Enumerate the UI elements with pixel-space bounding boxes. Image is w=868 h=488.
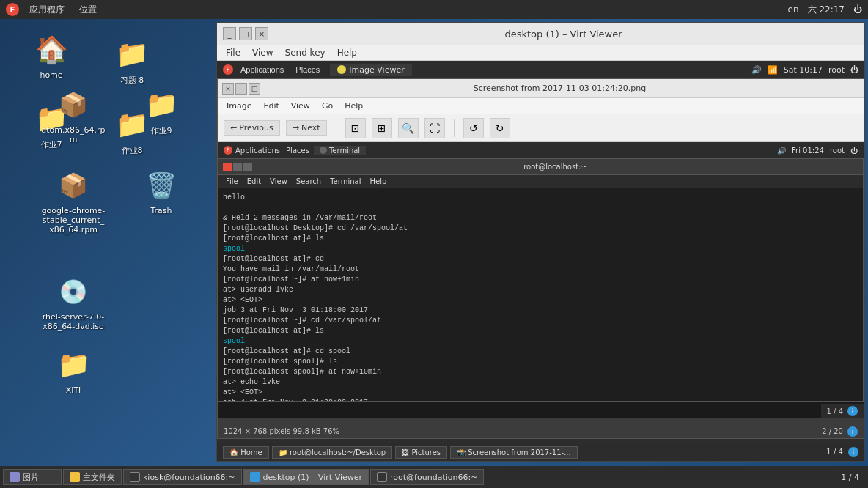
top-bar: F 应用程序 位置 en 六 22:17 ⏻ — [0, 0, 868, 19]
virt-menu-sendkey[interactable]: Send key — [279, 46, 331, 59]
zoom-out-btn[interactable]: ⛶ — [424, 118, 445, 138]
iv-close-btn[interactable]: × — [222, 83, 234, 95]
desktop-icon-atom[interactable]: 📦 atom.x86_64.rpm — [37, 84, 110, 147]
desktop-icon-homework8[interactable]: 📁 习题 8 — [95, 34, 169, 89]
desktop-icons-col3: 📁 作业9 — [125, 84, 198, 139]
desktop-icon-xiti[interactable]: 📁 XITI — [37, 344, 110, 398]
desktop-icon-rhel[interactable]: 💿 rhel-server-7.0-x86_64-dvd.iso — [37, 271, 110, 334]
virt-bottom-right: 1 / 4 i — [826, 447, 858, 457]
image-viewer-statusbar: 1024 × 768 pixels 99.8 kB 76% 2 / 20 i — [218, 424, 864, 438]
virt-bottom-home-icon: 🏠 — [229, 448, 238, 456]
desktop-icon-chrome[interactable]: 📦 google-chrome-stable_current_ x86_64.r… — [37, 165, 110, 237]
taskbar-root-icon — [377, 472, 387, 482]
image-viewer-titlebar: × _ □ Screenshot from 2017-11-03 01:24:2… — [218, 79, 864, 98]
virt-menu-bar: File View Send key Help — [217, 45, 864, 61]
virt-minimize-btn[interactable]: _ — [223, 27, 236, 40]
next-button[interactable]: → Next — [286, 120, 327, 136]
desktop-icon-trash[interactable]: 🗑️ Trash — [125, 165, 198, 218]
term-menu-search[interactable]: Search — [292, 177, 326, 186]
virt-bottom-pictures[interactable]: 🖼 Pictures — [395, 446, 447, 459]
taskbar-item-root-term[interactable]: root@foundation66:~ — [370, 469, 484, 485]
term-menu-help[interactable]: Help — [365, 177, 391, 186]
img-menu-help[interactable]: Help — [339, 100, 369, 112]
screenshot-volume: 🔊 — [777, 147, 786, 155]
rotate-left-btn[interactable]: ↺ — [463, 118, 484, 138]
taskbar-item-files[interactable]: 主文件夹 — [63, 469, 122, 485]
virt-maximize-btn[interactable]: □ — [239, 27, 252, 40]
img-menu-view[interactable]: View — [285, 100, 316, 112]
image-viewer-menu: Image Edit View Go Help — [218, 98, 864, 114]
term-line: [root@localhost at]# cd — [223, 254, 858, 265]
zoom-fit-btn[interactable]: ⊡ — [345, 118, 366, 138]
taskbar-item-virt[interactable]: desktop (1) – Virt Viewer — [243, 469, 369, 485]
screenshot-page-indicator: 1 / 4 i — [821, 404, 864, 418]
term-line: at> <EOT> — [223, 295, 858, 306]
rpm-icon: 📦 — [56, 87, 91, 122]
term-menu-terminal[interactable]: Terminal — [326, 177, 365, 186]
clock: 六 22:17 — [808, 4, 845, 16]
image-info-icon: i — [847, 426, 858, 437]
virt-close-btn[interactable]: × — [255, 27, 268, 40]
virt-bottom-home[interactable]: 🏠 Home — [223, 446, 269, 459]
term-line: [root@localhost Desktop]# cd /var/spool/… — [223, 223, 858, 234]
icon-label-home: home — [40, 70, 62, 80]
inner-places-menu[interactable]: Places — [291, 64, 324, 75]
image-viewer-window: × _ □ Screenshot from 2017-11-03 01:24:2… — [217, 78, 864, 439]
inner-topbar-right: 🔊 📶 Sat 10:17 root ⏻ — [751, 65, 858, 75]
folder-icon: 📁 — [114, 37, 150, 72]
desktop-icon-homework9[interactable]: 📁 作业9 — [125, 84, 198, 139]
virt-viewer-window: _ □ × desktop (1) – Virt Viewer File Vie… — [216, 22, 865, 462]
taskbar-terminal-label: kiosk@foundation66:~ — [143, 473, 235, 482]
virt-menu-file[interactable]: File — [220, 46, 246, 59]
inner-user: root — [828, 65, 845, 75]
icon-label-chrome: google-chrome-stable_current_ x86_64.rpm — [40, 206, 106, 234]
taskbar-files-label: 主文件夹 — [83, 472, 115, 483]
location-menu-button[interactable]: 位置 — [73, 2, 103, 18]
inner-time: Sat 10:17 — [784, 65, 823, 75]
img-menu-image[interactable]: Image — [221, 100, 257, 112]
screenshot-app-label: Applications — [235, 147, 280, 155]
inner-app-menu[interactable]: Applications — [236, 64, 288, 75]
screenshot-user: root — [830, 147, 845, 155]
prev-button[interactable]: ← Previous — [224, 120, 280, 136]
taskbar-item-terminal[interactable]: kiosk@foundation66:~ — [123, 469, 242, 485]
rotate-right-btn[interactable]: ↻ — [490, 118, 510, 138]
term-line: job 4 at Fri Nov 3 01:28:00 2017 — [223, 398, 858, 401]
desktop-icons-col2: 📦 atom.x86_64.rpm — [37, 84, 110, 147]
virt-bottom-screenshot[interactable]: 📸 Screenshot from 2017-11-... — [450, 446, 578, 459]
screenshot-time: Fri 01:24 — [792, 147, 824, 155]
app-menu-button[interactable]: 应用程序 — [23, 2, 70, 18]
term-close-btn[interactable] — [223, 163, 232, 171]
term-line: at> useradd lvke — [223, 285, 858, 295]
virt-bottom-desktop[interactable]: 📁 root@localhost:~/Desktop — [272, 446, 392, 459]
term-line: & Held 2 messages in /var/mail/root — [223, 213, 858, 223]
term-min-btn[interactable] — [233, 163, 242, 171]
taskbar-item-pictures[interactable]: 图片 — [3, 469, 62, 485]
image-status-text: 1024 × 768 pixels 99.8 kB 76% — [224, 427, 339, 435]
virt-bottom-bar: 🏠 Home 📁 root@localhost:~/Desktop 🖼 Pict… — [217, 443, 864, 461]
zoom-orig-btn[interactable]: ⊞ — [372, 118, 392, 138]
virt-window-controls: _ □ × — [223, 27, 268, 40]
folder-icon: 🏠 — [34, 32, 69, 67]
next-arrow-icon: → — [293, 123, 299, 133]
img-menu-go[interactable]: Go — [316, 100, 339, 112]
power-icon[interactable]: ⏻ — [853, 4, 862, 15]
zoom-in-btn[interactable]: 🔍 — [398, 118, 419, 138]
term-line: You have mail in /var/mail/root — [223, 265, 858, 275]
term-menu-edit[interactable]: Edit — [243, 177, 265, 186]
virt-menu-help[interactable]: Help — [331, 46, 363, 59]
img-menu-edit[interactable]: Edit — [257, 100, 284, 112]
term-line: [root@localhost at]# ls — [223, 326, 858, 336]
image-viewer-content: F Applications Places Terminal 🔊 Fri 01:… — [218, 142, 864, 418]
term-max-btn[interactable] — [243, 163, 252, 171]
iv-min-btn[interactable]: _ — [235, 83, 247, 95]
term-menu-view[interactable]: View — [265, 177, 292, 186]
term-line: [root@localhost ~]# cd /var/spool/at — [223, 316, 858, 326]
virt-menu-view[interactable]: View — [246, 46, 279, 59]
term-line: [root@localhost at]# ls — [223, 234, 858, 244]
inner-power-icon: ⏻ — [850, 65, 858, 75]
fedora-icon: F — [6, 3, 19, 16]
iv-max-btn[interactable]: □ — [249, 83, 260, 95]
desktop-icon-home[interactable]: 🏠 home — [15, 29, 88, 83]
term-menu-file[interactable]: File — [221, 177, 243, 186]
